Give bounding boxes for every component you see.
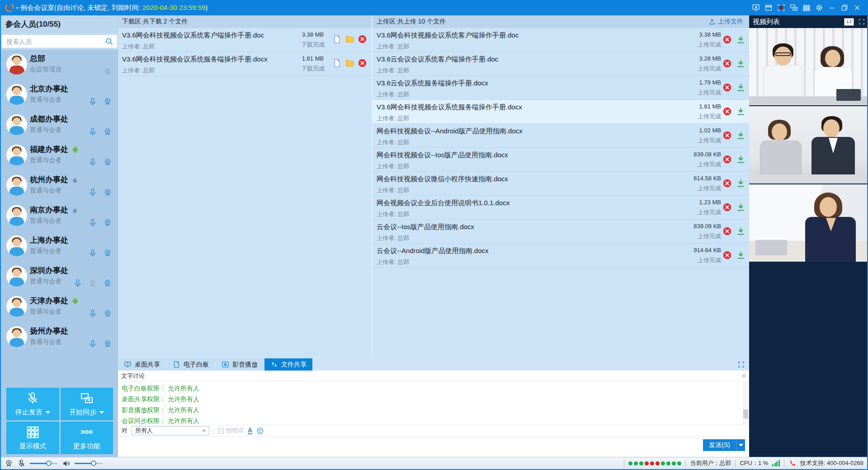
screen-layout-icon[interactable]: 12	[844, 18, 854, 26]
document-icon[interactable]	[332, 58, 342, 68]
display-mode-button[interactable]: 显示模式	[6, 422, 59, 454]
folder-icon[interactable]	[345, 58, 354, 68]
upload-file-row[interactable]: 网会科技视频会议--Android版产品使用指南.docx 上传者: 总部 1.…	[373, 124, 749, 148]
maximize-restore-icon[interactable]	[838, 2, 851, 14]
webcam-icon[interactable]	[103, 97, 112, 106]
send-options-caret[interactable]	[736, 439, 745, 451]
download-icon[interactable]	[736, 131, 745, 140]
download-icon[interactable]	[736, 179, 745, 188]
participant-row[interactable]: 上海办事处 普通与会者	[1, 231, 118, 262]
microphone-icon[interactable]	[88, 97, 97, 106]
microphone-icon[interactable]	[88, 218, 97, 227]
participant-row[interactable]: 天津办事处 普通与会者	[1, 292, 118, 322]
webcam-icon[interactable]	[103, 188, 112, 197]
video-thumbnail[interactable]	[749, 106, 868, 183]
participant-row[interactable]: 深圳办事处 普通与会者	[1, 262, 118, 292]
tab-desktop-share[interactable]: 桌面共享	[118, 358, 166, 371]
download-file-row[interactable]: V3.6网会科技视频会议系统服务端操作手册.docx 上传者: 总部 1.81 …	[118, 52, 372, 76]
download-icon[interactable]	[736, 83, 745, 92]
upload-file-row[interactable]: 云会议--Ios版产品使用指南.docx 上传者: 总部 839.09 KB上传…	[373, 220, 749, 244]
upload-file-row[interactable]: V3.6网会科技视频会议系统客户端操作手册.doc 上传者: 总部 3.38 M…	[373, 28, 749, 52]
remove-icon[interactable]	[722, 155, 732, 164]
upload-file-row[interactable]: 网会视频会议企业后台使用说明书1.0.1.docx 上传者: 总部 1.23 M…	[373, 196, 749, 220]
mic-muted-icon[interactable]	[17, 459, 26, 468]
microphone-icon[interactable]	[73, 279, 82, 288]
close-icon[interactable]	[738, 371, 749, 381]
search-icon[interactable]	[105, 37, 113, 46]
send-button[interactable]: 发送(S)	[703, 439, 745, 451]
remove-icon[interactable]	[722, 250, 732, 260]
participant-row[interactable]: 扬州办事处 普通与会者	[1, 322, 118, 352]
remove-icon[interactable]	[722, 107, 732, 116]
screen-share-icon[interactable]	[750, 2, 762, 14]
document-icon[interactable]	[332, 34, 342, 44]
message-input[interactable]: 发送(S)	[118, 437, 749, 458]
webcam-icon[interactable]	[103, 309, 112, 318]
remove-icon[interactable]	[722, 35, 732, 44]
webcam-icon[interactable]	[103, 339, 112, 348]
start-sync-button[interactable]: 开始同步	[61, 388, 113, 420]
download-icon[interactable]	[736, 226, 745, 236]
remove-icon[interactable]	[722, 59, 732, 68]
webcam-status-icon[interactable]	[5, 459, 13, 468]
window-preview-icon[interactable]	[762, 2, 775, 14]
webcam-icon[interactable]	[103, 249, 112, 258]
expand-icon[interactable]	[737, 361, 745, 368]
download-icon[interactable]	[736, 35, 745, 44]
chevron-down-icon[interactable]: ▾	[16, 5, 19, 10]
folder-icon[interactable]	[345, 34, 354, 44]
remove-icon[interactable]	[722, 83, 732, 92]
participant-row[interactable]: 总部 会议管理员	[1, 50, 118, 80]
video-thumbnail[interactable]	[749, 28, 868, 105]
speaker-volume-slider[interactable]	[75, 463, 103, 464]
remove-icon[interactable]	[722, 202, 732, 212]
download-icon[interactable]	[736, 250, 745, 260]
sync-screens-icon[interactable]	[788, 2, 800, 14]
close-icon[interactable]	[851, 2, 863, 14]
webcam-icon[interactable]	[103, 158, 112, 167]
upload-file-row[interactable]: 云会议--Android版产品使用指南.docx 上传者: 总部 914.64 …	[373, 244, 749, 268]
download-icon[interactable]	[736, 59, 745, 68]
upload-file-row-selected[interactable]: V3.6网会科技视频会议系统服务端操作手册.docx 上传者: 总部 1.81 …	[373, 100, 749, 124]
settings-gear-icon[interactable]	[813, 2, 826, 14]
tab-file-share[interactable]: 文件共享	[264, 358, 312, 371]
mic-volume-slider[interactable]	[30, 463, 58, 464]
tab-whiteboard[interactable]: 电子白板	[167, 358, 215, 371]
tab-media-play[interactable]: 影音播放	[216, 358, 264, 371]
upload-file-row[interactable]: 网会科技视频会议--Ios版产品使用指南.docx 上传者: 总部 839.08…	[373, 148, 749, 172]
webcam-icon[interactable]	[103, 127, 112, 136]
microphone-icon[interactable]	[88, 249, 97, 258]
minimize-icon[interactable]	[826, 2, 838, 14]
upload-file-row[interactable]: V3.6云会议会议系统客户端操作手册.doc 上传者: 总部 3.28 MB上传…	[373, 52, 749, 76]
chevron-down-icon[interactable]	[99, 411, 104, 414]
video-thumbnail[interactable]	[749, 184, 868, 262]
participant-row[interactable]: 南京办事处 普通与会者	[1, 201, 118, 231]
speaker-icon[interactable]	[62, 459, 71, 468]
remove-icon[interactable]	[722, 131, 732, 140]
microphone-icon[interactable]	[88, 188, 97, 197]
download-icon[interactable]	[736, 202, 745, 212]
font-color-icon[interactable]: A	[248, 428, 252, 434]
whisper-checkbox[interactable]	[218, 428, 224, 434]
remove-icon[interactable]	[722, 179, 732, 188]
webcam-icon[interactable]	[103, 279, 112, 288]
remove-icon[interactable]	[358, 58, 367, 68]
more-functions-button[interactable]: 更多功能	[61, 422, 113, 454]
microphone-icon[interactable]	[88, 127, 97, 136]
grid-apps-icon[interactable]	[800, 2, 813, 14]
stop-speaking-button[interactable]: 停止发言	[6, 388, 59, 420]
upload-file-row[interactable]: V3.6云会议系统服务端操作手册.docx 上传者: 总部 1.79 MB上传完…	[373, 76, 749, 100]
download-file-row[interactable]: V3.6网会科技视频会议系统客户端操作手册.doc 上传者: 总部 3.38 M…	[118, 28, 372, 52]
recipient-select[interactable]: 所有人	[132, 426, 209, 435]
scrollbar[interactable]	[743, 382, 749, 424]
participant-row[interactable]: 成都办事处 普通与会者	[1, 110, 118, 141]
remove-icon[interactable]	[722, 226, 732, 236]
participant-row[interactable]: 福建办事处 普通与会者	[1, 141, 118, 171]
scrollbar-thumb[interactable]	[743, 409, 748, 418]
participant-row[interactable]: 杭州办事处 普通与会者	[1, 171, 118, 201]
webcam-disabled-icon[interactable]	[88, 279, 97, 288]
remove-icon[interactable]	[358, 34, 367, 44]
upload-file-button[interactable]: 上传文件	[708, 18, 745, 26]
search-input[interactable]	[2, 35, 117, 48]
upload-file-row[interactable]: 网会科技视频会议微信小程序快速指南.docx 上传者: 总部 614.58 KB…	[373, 172, 749, 196]
